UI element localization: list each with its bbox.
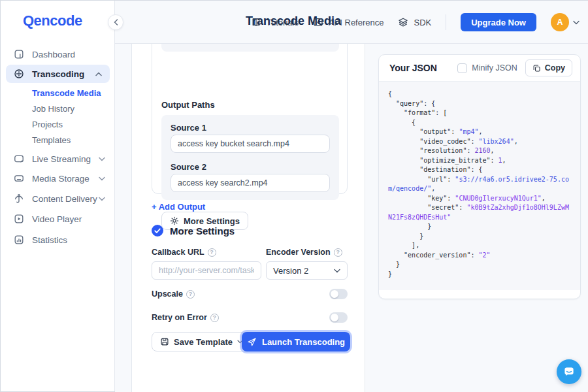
upscale-label: Upscale ? [152, 289, 195, 299]
source-1-label: Source 1 [171, 123, 206, 133]
chevron-down-icon [99, 176, 105, 181]
sidebar-item-label: Live Streaming [32, 154, 91, 164]
more-settings-title: More Settings [170, 225, 235, 237]
sdk-link[interactable]: SDK [398, 17, 431, 27]
encoder-version-value: Version 2 [273, 266, 308, 276]
tutorials-link[interactable]: Tutorials [251, 17, 299, 27]
help-icon[interactable]: ? [186, 290, 195, 299]
sidebar-item-label: Transcoding [32, 69, 84, 79]
account-menu[interactable]: A [551, 13, 580, 31]
sidebar-item-label: Projects [32, 120, 63, 129]
chevron-down-icon [99, 197, 105, 201]
minify-json-label: Minify JSON [472, 63, 517, 73]
source-2-input[interactable] [171, 174, 330, 192]
chevron-down-icon [99, 157, 105, 161]
sidebar-item-transcoding[interactable]: Transcoding [6, 65, 110, 83]
output-card: Output Paths Source 1 Source 2 More Sett… [152, 44, 348, 194]
statistics-icon [14, 235, 24, 245]
media-storage-icon [14, 173, 24, 184]
json-panel-title: Your JSON [389, 63, 437, 73]
content-area: Output Paths Source 1 Source 2 More Sett… [115, 44, 588, 392]
sdk-label: SDK [414, 18, 431, 27]
json-code: { "query": { "format": [ { "output": "mp… [379, 82, 580, 290]
chat-bubble-icon [563, 365, 576, 378]
toggle-knob [331, 290, 338, 298]
sidebar-item-transcode-media[interactable]: Transcode Media [32, 87, 101, 99]
sidebar-item-label: Job History [32, 104, 74, 114]
save-template-label: Save Template [174, 337, 233, 347]
sidebar: Qencode Dashboard Transcoding Transcode … [1, 1, 115, 391]
api-reference-label: API Reference [329, 18, 384, 27]
app-window: Qencode Dashboard Transcoding Transcode … [0, 0, 588, 392]
top-header: Transcode Media Tutorials API Reference … [115, 1, 588, 44]
toggle-knob [331, 314, 338, 321]
chat-widget-button[interactable] [557, 359, 581, 384]
check-circle-icon [152, 225, 163, 237]
launch-transcoding-label: Launch Transcoding [262, 337, 345, 347]
transcoding-form-panel: Output Paths Source 1 Source 2 More Sett… [131, 44, 365, 392]
sidebar-item-content-delivery[interactable]: Content Delivery [1, 191, 115, 206]
book-icon [251, 17, 261, 27]
header-divider [446, 14, 446, 30]
callback-url-label: Callback URL ? [152, 248, 216, 257]
video-player-icon [14, 214, 24, 224]
encoder-version-label-text: Encoder Version [266, 248, 331, 257]
live-streaming-icon [14, 154, 24, 164]
more-settings-section-header: More Settings [152, 225, 235, 237]
sidebar-item-statistics[interactable]: Statistics [1, 232, 115, 248]
chevron-left-icon [114, 19, 118, 25]
sidebar-item-label: Content Delivery [32, 194, 97, 204]
upgrade-now-button[interactable]: Upgrade Now [461, 13, 536, 31]
dashboard-icon [14, 49, 24, 59]
tutorials-label: Tutorials [267, 18, 299, 27]
sidebar-item-video-player[interactable]: Video Player [1, 211, 115, 227]
minify-json-control: Minify JSON [457, 63, 517, 73]
sidebar-item-label: Video Player [32, 214, 82, 224]
sidebar-item-media-storage[interactable]: Media Storage [1, 171, 115, 186]
copy-button-label: Copy [545, 63, 565, 73]
transcoding-icon [14, 69, 24, 79]
retry-on-error-toggle[interactable] [329, 312, 348, 323]
sources-group: Source 1 Source 2 [161, 115, 339, 200]
header-actions: Tutorials API Reference SDK Upgrade Now … [251, 1, 580, 44]
sidebar-item-label: Statistics [32, 235, 67, 245]
source-2-label: Source 2 [171, 162, 206, 172]
launch-transcoding-button[interactable]: Launch Transcoding [242, 332, 350, 351]
sidebar-item-templates[interactable]: Templates [32, 134, 71, 146]
api-reference-link[interactable]: API Reference [313, 17, 384, 27]
callback-url-label-text: Callback URL [152, 248, 204, 257]
minify-json-checkbox[interactable] [457, 63, 467, 73]
upscale-toggle[interactable] [329, 289, 348, 299]
retry-on-error-label: Retry on Error ? [152, 313, 219, 322]
sidebar-item-projects[interactable]: Projects [32, 118, 63, 130]
sidebar-item-label: Dashboard [32, 50, 75, 59]
encoder-version-select[interactable]: Version 2 [266, 261, 348, 280]
sidebar-item-dashboard[interactable]: Dashboard [1, 46, 115, 62]
avatar[interactable]: A [551, 13, 569, 31]
sidebar-collapse-button[interactable] [108, 14, 123, 30]
sidebar-item-label: Templates [32, 135, 71, 145]
source-1-input[interactable] [171, 135, 330, 153]
output-paths-label: Output Paths [161, 100, 215, 110]
save-template-button[interactable]: Save Template [152, 332, 252, 351]
chevron-down-icon [334, 269, 340, 273]
help-icon[interactable]: ? [334, 248, 342, 257]
help-icon[interactable]: ? [208, 248, 216, 257]
save-icon [160, 337, 169, 346]
layers-icon [398, 17, 408, 27]
help-icon[interactable]: ? [210, 314, 219, 322]
callback-url-input[interactable] [152, 261, 261, 280]
qencode-logo[interactable]: Qencode [23, 12, 82, 29]
terminal-icon [313, 17, 323, 27]
retry-on-error-label-text: Retry on Error [152, 313, 207, 322]
copy-json-button[interactable]: Copy [525, 59, 572, 76]
sidebar-item-label: Media Storage [32, 174, 90, 184]
sidebar-item-live-streaming[interactable]: Live Streaming [1, 151, 115, 167]
sidebar-item-label: Transcode Media [32, 88, 101, 98]
encoder-version-label: Encoder Version ? [266, 248, 342, 257]
add-output-link[interactable]: + Add Output [152, 202, 205, 212]
sidebar-item-job-history[interactable]: Job History [32, 103, 74, 114]
content-delivery-icon [14, 193, 24, 204]
chevron-down-icon [573, 20, 580, 25]
copy-icon [532, 64, 541, 73]
